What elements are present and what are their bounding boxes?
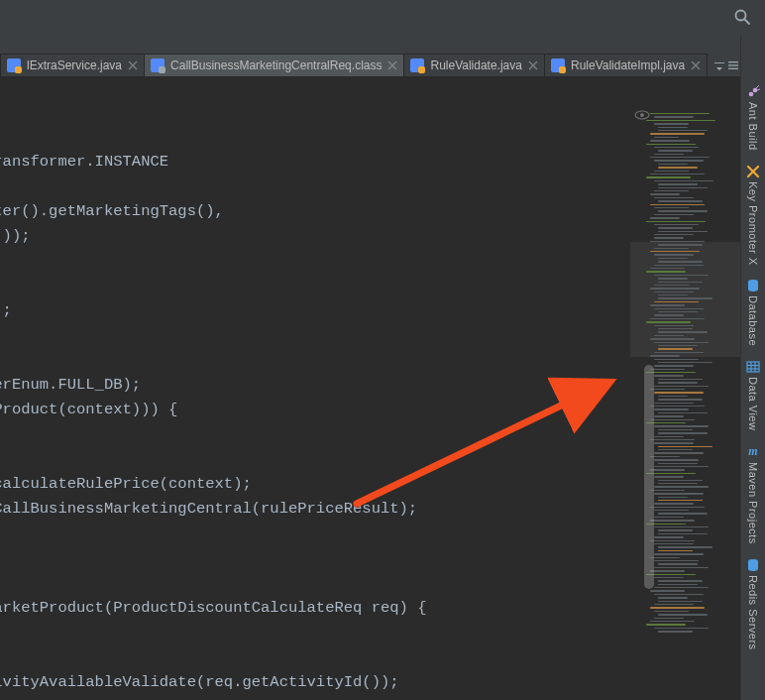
tool-key-promoter[interactable]: Key Promoter X: [744, 159, 762, 272]
tool-maven[interactable]: m Maven Projects: [744, 439, 762, 550]
svg-point-20: [753, 88, 758, 93]
code-editor[interactable]: Transformer.INSTANCE eter().getMarketing…: [0, 77, 630, 700]
tool-label: Database: [747, 295, 759, 346]
key-icon: [746, 165, 760, 178]
java-file-icon: [551, 58, 565, 72]
svg-line-22: [757, 89, 760, 90]
svg-rect-13: [728, 64, 738, 65]
tool-redis[interactable]: Redis Servers: [744, 552, 762, 656]
code-text: Transformer.INSTANCE eter().getMarketing…: [0, 125, 630, 700]
tool-label: Ant Build: [747, 102, 759, 151]
table-icon: [746, 360, 760, 374]
svg-rect-14: [728, 67, 738, 68]
tab-label: RuleValidateImpl.java: [571, 58, 685, 72]
tab-label: lExtraService.java: [27, 58, 122, 72]
database-icon: [746, 279, 760, 292]
tool-database[interactable]: Database: [744, 273, 762, 352]
close-icon[interactable]: [691, 60, 701, 70]
java-file-icon: [410, 58, 424, 72]
editor-tab-strip: lExtraService.java CallBusinessMarketing…: [0, 54, 741, 77]
tool-label: Redis Servers: [747, 575, 759, 650]
scrollbar-thumb[interactable]: [644, 365, 654, 589]
tab-file-3[interactable]: RuleValidateImpl.java: [545, 54, 708, 76]
tool-label: Maven Projects: [747, 462, 759, 544]
tab-file-2[interactable]: RuleValidate.java: [404, 54, 545, 76]
close-icon[interactable]: [387, 60, 397, 70]
svg-rect-10: [714, 62, 724, 63]
ant-icon: [746, 85, 760, 99]
tool-data-view[interactable]: Data View: [744, 354, 762, 436]
class-file-icon: [151, 58, 164, 72]
tool-label: Data View: [747, 377, 759, 430]
maven-icon: m: [746, 445, 760, 459]
svg-line-21: [756, 85, 759, 88]
search-icon[interactable]: [733, 8, 751, 26]
tab-file-0[interactable]: lExtraService.java: [0, 54, 145, 76]
tab-label: RuleValidate.java: [430, 58, 522, 72]
redis-icon: [746, 558, 760, 572]
tool-ant-build[interactable]: Ant Build: [744, 79, 762, 157]
java-file-icon: [7, 58, 21, 72]
breadcrumb-gap: [0, 36, 741, 54]
minimap-lines: [640, 113, 737, 633]
tab-label: CallBusinessMarketingCentralReq.class: [170, 58, 382, 72]
vertical-scrollbar[interactable]: [644, 77, 654, 700]
svg-line-1: [745, 20, 750, 25]
svg-rect-26: [747, 362, 759, 372]
close-icon[interactable]: [528, 60, 538, 70]
svg-marker-11: [716, 67, 722, 70]
right-tool-window-bar: Ant Build Key Promoter X Database Data V…: [740, 36, 765, 700]
svg-rect-12: [728, 61, 738, 62]
tool-label: Key Promoter X: [747, 181, 759, 266]
tab-file-1[interactable]: CallBusinessMarketingCentralReq.class: [145, 54, 404, 76]
close-icon[interactable]: [128, 60, 138, 70]
top-toolbar: [0, 0, 765, 37]
svg-point-19: [749, 92, 754, 97]
